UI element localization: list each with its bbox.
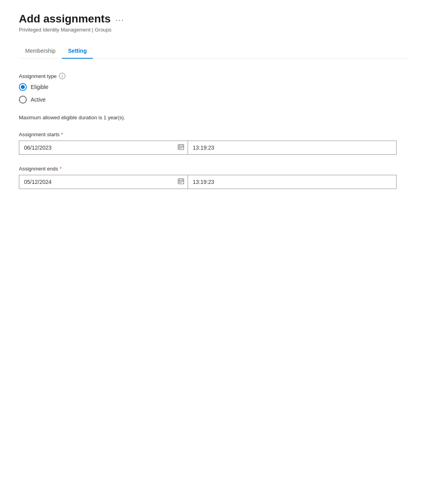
assignment-starts-label: Assignment starts * bbox=[19, 132, 397, 137]
page-subtitle: Privileged Identity Management | Groups bbox=[19, 27, 409, 33]
tab-membership[interactable]: Membership bbox=[19, 44, 62, 59]
more-options-icon[interactable]: ··· bbox=[115, 15, 124, 24]
assignment-ends-time-input[interactable] bbox=[188, 175, 397, 189]
assignment-starts-date-wrapper bbox=[19, 141, 188, 155]
radio-eligible-inner bbox=[21, 85, 25, 89]
assignment-type-info-icon[interactable]: i bbox=[59, 73, 65, 79]
assignment-ends-label: Assignment ends * bbox=[19, 166, 397, 172]
assignment-ends-date-input[interactable] bbox=[19, 175, 188, 189]
radio-eligible[interactable]: Eligible bbox=[19, 83, 397, 91]
page-header: Add assignments ··· bbox=[19, 13, 409, 25]
form-section: Assignment type i Eligible Active Maximu… bbox=[19, 73, 397, 189]
assignment-starts-date-input[interactable] bbox=[19, 141, 188, 155]
radio-group: Eligible Active bbox=[19, 83, 397, 104]
assignment-starts-required: * bbox=[61, 132, 63, 137]
assignment-starts-time-input[interactable] bbox=[188, 141, 397, 155]
radio-eligible-label: Eligible bbox=[31, 84, 48, 90]
assignment-type-label: Assignment type i bbox=[19, 73, 397, 79]
tab-setting[interactable]: Setting bbox=[62, 44, 93, 59]
page-title: Add assignments bbox=[19, 13, 111, 25]
assignment-starts-group: Assignment starts * bbox=[19, 132, 397, 155]
radio-active[interactable]: Active bbox=[19, 96, 397, 104]
radio-active-input[interactable] bbox=[19, 96, 27, 104]
assignment-ends-date-wrapper bbox=[19, 175, 188, 189]
assignment-starts-row bbox=[19, 141, 397, 155]
page-container: Add assignments ··· Privileged Identity … bbox=[0, 0, 428, 213]
info-text: Maximum allowed eligible duration is 1 y… bbox=[19, 115, 397, 120]
assignment-ends-required: * bbox=[60, 166, 62, 172]
assignment-ends-group: Assignment ends * bbox=[19, 166, 397, 189]
tabs-container: Membership Setting bbox=[19, 44, 409, 59]
radio-active-label: Active bbox=[31, 96, 46, 103]
radio-eligible-input[interactable] bbox=[19, 83, 27, 91]
assignment-ends-row bbox=[19, 175, 397, 189]
assignment-type-group: Assignment type i Eligible Active bbox=[19, 73, 397, 104]
